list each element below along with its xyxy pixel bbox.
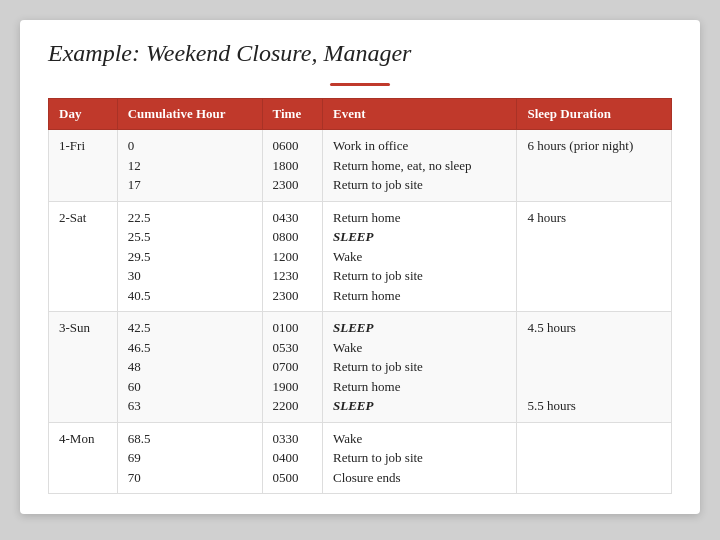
cell-event: WakeReturn to job siteClosure ends (322, 422, 516, 494)
cell-day: 3-Sun (49, 312, 118, 423)
cell-time: 0100 0530 0700 1900 2200 (262, 312, 322, 423)
slide-title: Example: Weekend Closure, Manager (48, 40, 672, 67)
cell-day: 2-Sat (49, 201, 118, 312)
slide: Example: Weekend Closure, Manager Day Cu… (20, 20, 700, 514)
col-header-event: Event (322, 99, 516, 130)
cell-sleep: 6 hours (prior night) (517, 130, 672, 202)
col-header-sleep: Sleep Duration (517, 99, 672, 130)
cell-cumulative: 0 12 17 (117, 130, 262, 202)
col-header-time: Time (262, 99, 322, 130)
table-row: 2-Sat22.5 25.5 29.5 30 40.50430 0800 120… (49, 201, 672, 312)
cell-event: Return homeSLEEPWakeReturn to job siteRe… (322, 201, 516, 312)
cell-time: 0430 0800 1200 1230 2300 (262, 201, 322, 312)
cell-day: 1-Fri (49, 130, 118, 202)
cell-cumulative: 42.5 46.5 48 60 63 (117, 312, 262, 423)
table-row: 3-Sun42.5 46.5 48 60 630100 0530 0700 19… (49, 312, 672, 423)
table-row: 1-Fri0 12 170600 1800 2300Work in office… (49, 130, 672, 202)
table-header-row: Day Cumulative Hour Time Event Sleep Dur… (49, 99, 672, 130)
col-header-cumulative: Cumulative Hour (117, 99, 262, 130)
cell-time: 0600 1800 2300 (262, 130, 322, 202)
col-header-day: Day (49, 99, 118, 130)
cell-sleep: 4.5 hours 5.5 hours (517, 312, 672, 423)
cell-time: 0330 0400 0500 (262, 422, 322, 494)
cell-day: 4-Mon (49, 422, 118, 494)
cell-event: SLEEPWakeReturn to job siteReturn homeSL… (322, 312, 516, 423)
table-row: 4-Mon68.5 69 700330 0400 0500WakeReturn … (49, 422, 672, 494)
cell-sleep (517, 422, 672, 494)
data-table: Day Cumulative Hour Time Event Sleep Dur… (48, 98, 672, 494)
cell-cumulative: 68.5 69 70 (117, 422, 262, 494)
cell-sleep: 4 hours (517, 201, 672, 312)
divider (330, 83, 390, 86)
cell-cumulative: 22.5 25.5 29.5 30 40.5 (117, 201, 262, 312)
cell-event: Work in officeReturn home, eat, no sleep… (322, 130, 516, 202)
